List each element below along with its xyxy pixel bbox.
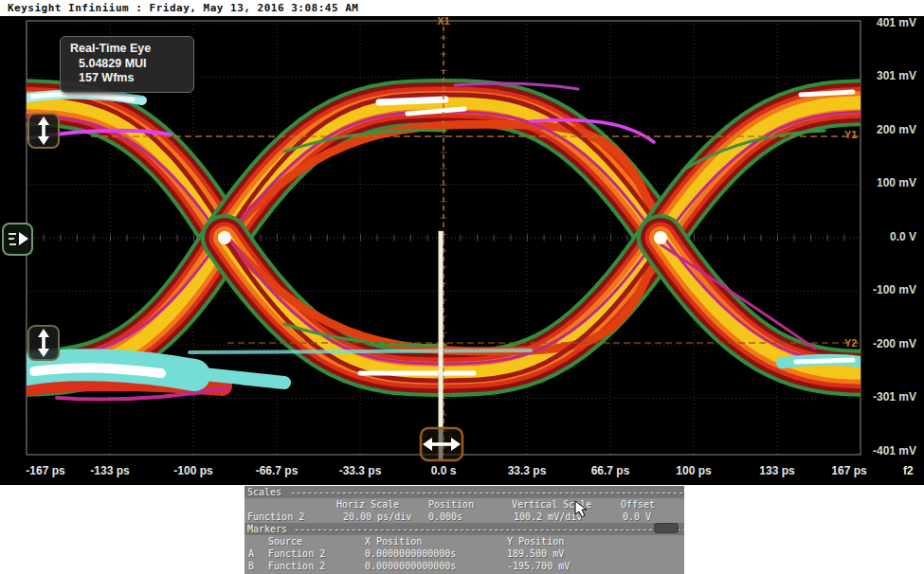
y-axis-tick: -100 mV [858,283,916,296]
results-panel: Scales ---------------------------------… [245,486,684,574]
col-marker-y: Y Position [507,535,564,547]
marker-source: Function 2 [268,547,325,560]
markers-section-label: Markers [247,523,287,535]
x-axis-tick: 0.0 s [431,464,457,477]
marker-label-y1[interactable]: Y1 [844,129,857,140]
vertical-drag-handle-lower[interactable] [28,326,59,360]
scales-offset: 0.0 V [623,511,651,523]
marker-row-a: A Function 2 0.0000000000000s 189.500 mV [245,547,684,560]
panel-scroll-thumb[interactable] [654,523,679,533]
x-axis-tick: 133 ps [759,464,794,477]
scales-section-header: Scales ---------------------------------… [245,486,684,498]
marker-y-value: 189.500 mV [507,547,564,560]
col-position: Position [428,498,474,511]
scales-horiz: 20.00 ps/div [343,511,411,523]
x-axis-tick: -33.3 ps [339,464,382,477]
mouse-cursor-icon [574,500,589,519]
marker-x-value: 0.0000000000000s [365,547,456,560]
x-axis-tick: 66.7 ps [591,464,630,477]
divider-dashes: ----------------------------------------… [294,523,684,535]
divider-dashes: ----------------------------------------… [290,486,684,498]
y-axis-tick: -301 mV [858,390,916,404]
x-axis-tick: -66.7 ps [256,464,299,477]
x-axis-tick: 33.3 ps [508,464,547,477]
vertical-track-line[interactable] [439,231,444,459]
y-axis-tick: -401 mV [858,444,916,457]
scales-column-headers: Horiz Scale Position Vertical Scale Offs… [245,498,684,511]
readout-mui: 5.04829 MUI [70,57,186,72]
vertical-drag-handle-upper[interactable] [28,114,59,148]
function2-label: f2 [903,464,914,477]
col-horiz-scale: Horiz Scale [336,498,399,511]
y-axis-tick: 200 mV [858,123,916,136]
scales-vertical: 100.2 mV/div [514,511,582,523]
y-axis-tick: 100 mV [858,176,916,189]
marker-y-value: -195.700 mV [507,560,570,572]
x-axis-tick: 167 ps [831,464,866,477]
marker-id: B [248,560,254,572]
eye-measurement-readout: Real-Time Eye 5.04829 MUI 157 Wfms [60,36,194,93]
scales-position: 0.000s [428,511,462,523]
scope-display: Real-Time Eye 5.04829 MUI 157 Wfms X1 Y1… [0,0,924,485]
x-axis-tick: -100 ps [173,464,212,477]
marker-label-x1[interactable]: X1 [437,15,449,27]
y-axis-tick: 0.0 V [858,230,916,243]
marker-source: Function 2 [268,560,325,572]
marker-row-b: B Function 2 0.0000000000000s -195.700 m… [245,560,684,572]
marker-x-value: 0.0000000000000s [365,560,456,572]
x-axis-tick: 100 ps [676,464,711,477]
markers-section-header: Markers --------------------------------… [245,523,684,535]
col-marker-source: Source [268,535,302,547]
ground-reference-icon[interactable] [3,224,32,255]
x-axis-tick: -167 ps [26,464,64,477]
readout-wfms: 157 Wfms [70,71,186,86]
markers-column-headers: Source X Position Y Position [245,535,684,547]
x-axis-tick: -133 ps [90,464,129,477]
col-offset: Offset [621,498,655,511]
y-axis-tick: 401 mV [858,16,916,29]
marker-id: A [248,547,254,560]
col-marker-x: X Position [365,535,422,547]
y-axis-tick: 301 mV [858,69,916,82]
y-axis-tick: -200 mV [858,337,916,350]
scales-section-label: Scales [247,486,281,498]
horizontal-drag-handle[interactable] [421,428,462,460]
scales-row-function2: Function 2 20.00 ps/div 0.000s 100.2 mV/… [245,511,684,523]
scales-source: Function 2 [247,511,304,523]
marker-label-y2[interactable]: Y2 [844,337,857,349]
readout-title: Real-Time Eye [70,42,186,57]
